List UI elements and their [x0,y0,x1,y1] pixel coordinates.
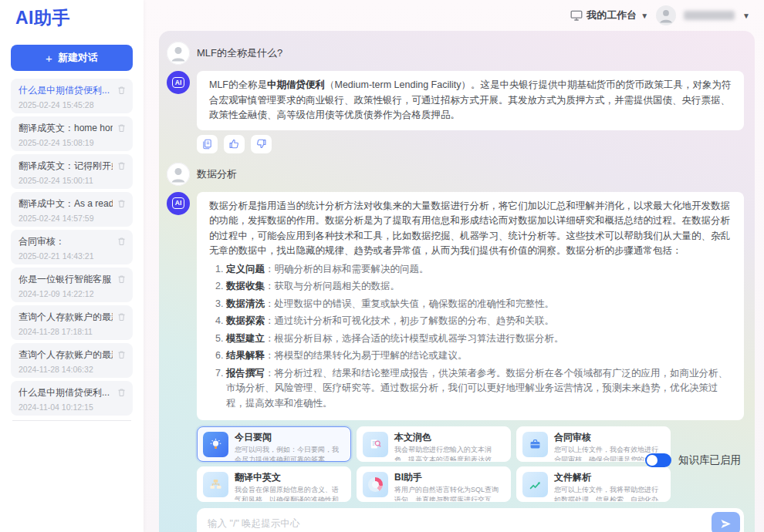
card-bi-assistant[interactable]: BI助手 将用户的自然语言转化为SQL查询语句，并直接与数据库进行交互，返回智能… [357,466,511,502]
copy-button[interactable] [197,135,218,153]
user-avatar [167,42,190,65]
ai-message-bubble: 数据分析是指用适当的统计分析方法对收集来的大量数据进行分析，将它们加以汇总和理解… [197,192,744,421]
doc-polish-icon [363,432,388,457]
feature-cards: 今日要闻 您可以问我，例如：今日要闻，我会尽力提供准确和可靠的答案。 本文润色 … [197,426,671,502]
trash-icon[interactable] [117,387,127,398]
analysis-step: 数据清洗：处理数据中的错误、重复或缺失值，确保数据的准确性和完整性。 [226,297,732,312]
conversation-item[interactable]: 查询个人存款账户的最新... 2024-11-28 17:18:11 [11,305,133,340]
trash-icon[interactable] [117,349,127,360]
workspace-menu[interactable]: 我的工作台 ▼ [570,8,648,22]
thumbs-down-button[interactable] [251,135,272,153]
chart-up-icon [522,472,548,497]
ai-avatar: AI [167,192,190,215]
user-message-text: MLF的全称是什么? [197,46,282,60]
conversation-list: 什么是中期借贷便利... 2025-02-24 15:45:28 翻译成英文：h… [11,79,133,426]
chat-panel: MLF的全称是什么? AI MLF的全称是中期借贷便利（Medium-term … [159,31,755,532]
card-title: 文件解析 [554,472,663,483]
thumbs-up-button[interactable] [224,135,245,153]
conversation-item[interactable]: 你是一位银行智能客服，... 2024-12-09 14:22:12 [11,268,133,302]
user-message: 数据分析 [167,163,745,186]
ai-message: AI 数据分析是指用适当的统计分析方法对收集来的大量数据进行分析，将它们加以汇总… [167,192,745,421]
conversation-title: 查询个人存款账户的最新... [19,348,113,362]
thumbs-down-icon [255,138,267,150]
trash-icon[interactable] [117,274,127,285]
card-file-parse[interactable]: 文件解析 您可以上传文件，我将帮助您进行如数据处理、信息检索、自动化办公等。 [516,466,671,502]
person-icon [656,5,676,25]
card-title: 合同审核 [554,432,663,443]
sidebar: AI助手 + 新建对话 什么是中期借贷便利... 2025-02-24 15:4… [0,0,144,532]
conversation-item[interactable]: 什么是中期借贷便利... 2024-11-04 10:12:15 [11,381,133,416]
conversation-item[interactable]: 翻译成中文：As a reader... 2025-02-24 14:57:59 [11,192,133,227]
chevron-down-icon[interactable]: ▼ [742,12,750,20]
card-translate[interactable]: 翻译中英文 我会旨在保留原始信息的含义、语气和风格，以确保翻译的准确性和自然流畅… [197,466,351,502]
message-actions [197,135,745,153]
conversation-title: 什么是中期借贷便利... [19,386,113,399]
prompt-input[interactable] [208,518,705,529]
new-chat-button[interactable]: + 新建对话 [11,45,133,71]
conversation-time: 2024-11-28 14:06:32 [19,365,113,374]
conversation-time: 2025-02-24 15:00:11 [19,176,113,185]
card-title: 翻译中英文 [235,472,343,483]
conversation-item[interactable]: 合同审核： 2025-02-21 14:43:21 [11,230,133,264]
user-avatar [167,163,190,186]
conversation-item[interactable]: 什么是中期借贷便利... 2025-02-24 15:45:28 [11,79,133,113]
conversation-time: 2025-02-24 15:08:19 [19,138,113,147]
conversation-item[interactable]: 翻译成英文：记得刚开始... 2025-02-24 15:00:11 [11,154,133,189]
chevron-down-icon: ▼ [641,12,648,20]
top-bar: 我的工作台 ▼ ▼ [144,0,764,31]
bulb-icon [203,432,228,457]
trash-icon[interactable] [117,123,127,133]
card-desc: 您可以上传文件，我将帮助您进行如数据处理、信息检索、自动化办公等。 [554,485,663,502]
plus-icon: + [46,52,52,65]
knowledge-base-toggle-group: 知识库已启用 [645,453,741,467]
pie-chart-icon [363,472,388,497]
copy-icon [201,138,213,150]
card-today-news[interactable]: 今日要闻 您可以问我，例如：今日要闻，我会尽力提供准确和可靠的答案。 [197,426,351,462]
conversation-item[interactable]: 翻译成英文：home home 2025-02-24 15:08:19 [11,116,133,151]
new-chat-label: 新建对话 [58,51,98,65]
trash-icon[interactable] [117,198,127,209]
card-text-polish[interactable]: 本文润色 我会帮助您进行您输入的文本润色，提高文本的流畅度和表达效果。 [357,426,511,462]
conversation-title: 翻译成英文：home home [19,122,113,135]
trash-icon[interactable] [117,311,127,322]
ai-text: 数据分析是指用适当的统计分析方法对收集来的大量数据进行分析，将它们加以汇总和理解… [209,200,730,257]
conversation-title: 翻译成英文：记得刚开始... [19,160,113,173]
card-title: BI助手 [394,472,503,483]
trash-icon[interactable] [117,160,127,171]
ai-avatar-label: AI [172,197,184,209]
conversation-time: 2024-11-28 17:18:11 [19,327,113,336]
user-message-text: 数据分析 [197,167,237,181]
toggle-knob [647,455,658,466]
user-avatar[interactable] [656,5,676,25]
trash-icon[interactable] [117,236,127,247]
person-icon [167,163,190,186]
conversation-title: 查询个人存款账户的最新... [19,311,113,324]
ai-avatar-label: AI [172,77,184,89]
conversation-time: 2024-11-04 10:12:15 [19,402,113,412]
conversation-title: 合同审核： [19,235,113,248]
analysis-step: 数据探索：通过统计分析和可视化技术，初步了解数据的分布、趋势和关联。 [226,314,732,329]
briefcase-icon [522,432,548,457]
ai-message: AI MLF的全称是中期借贷便利（Medium-term Lending Fac… [167,71,745,130]
card-desc: 我会帮助您进行您输入的文本润色，提高文本的流畅度和表达效果。 [394,445,503,462]
thumbs-up-icon [228,138,240,150]
analysis-step: 报告撰写：将分析过程、结果和结论整理成报告，供决策者参考。数据分析在各个领域都有… [226,366,732,412]
conversation-title: 翻译成中文：As a reader... [19,197,113,210]
conversation-title: 什么是中期借贷便利... [19,84,113,97]
ai-text: MLF的全称是 [209,79,267,90]
card-title: 今日要闻 [235,432,343,443]
trash-icon[interactable] [117,85,127,96]
send-button[interactable] [712,512,740,532]
card-desc: 您可以问我，例如：今日要闻，我会尽力提供准确和可靠的答案。 [235,445,343,462]
analysis-step: 数据收集：获取与分析问题相关的数据。 [226,279,732,295]
sidebar-divider [12,420,131,421]
knowledge-base-toggle[interactable] [645,453,671,467]
analysis-step: 结果解释：将模型的结果转化为易于理解的结论或建议。 [226,348,732,364]
workspace-label: 我的工作台 [587,8,637,22]
analysis-step: 模型建立：根据分析目标，选择合适的统计模型或机器学习算法进行数据分析。 [226,332,732,347]
conversation-time: 2025-02-24 14:57:59 [19,214,113,223]
card-title: 本文润色 [394,432,503,443]
conversation-time: 2025-02-21 14:43:21 [19,251,113,261]
send-icon [720,518,732,530]
conversation-item[interactable]: 查询个人存款账户的最新... 2024-11-28 14:06:32 [11,343,133,378]
